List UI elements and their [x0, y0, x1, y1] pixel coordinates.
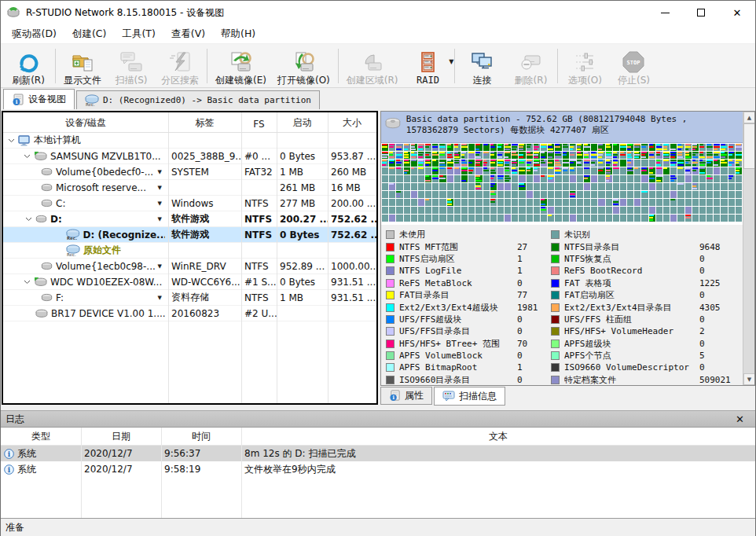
chevron-down-icon[interactable]	[25, 217, 32, 222]
scan-block	[736, 167, 742, 174]
row-dropdown-icon[interactable]: ▼	[158, 185, 162, 191]
scan-block	[425, 207, 431, 214]
scan-block	[490, 183, 497, 190]
legend-count: 2	[699, 326, 705, 336]
legend-color-swatch	[386, 376, 395, 384]
scan-block	[411, 207, 417, 214]
scan-block	[649, 175, 655, 182]
scan-block	[447, 183, 453, 190]
scan-block	[404, 207, 410, 214]
col-size[interactable]: 大小	[328, 112, 376, 132]
scan-block	[555, 183, 561, 190]
col-label[interactable]: 标签	[168, 112, 241, 132]
scan-block	[656, 167, 662, 174]
table-row-volume-d[interactable]: D: ▼ 软件游戏NTFS200.27 ...752.62 ...	[3, 211, 376, 227]
log-row[interactable]: i系统 2020/12/7 9:56:37 8m 12s 的 D: 扫描已完成	[1, 446, 755, 461]
chevron-down-icon[interactable]	[8, 138, 15, 143]
create-image-button[interactable]: 创建镜像(E)	[210, 46, 272, 86]
menu-create[interactable]: 创建(C)	[64, 24, 114, 44]
chevron-down-icon[interactable]	[24, 280, 31, 285]
tab-partition[interactable]: Rec. D: (Recognized0) -> Basic data part…	[76, 90, 320, 109]
options-button[interactable]: 选项(O)	[560, 46, 609, 86]
maximize-button[interactable]	[683, 1, 719, 24]
scan-block-map[interactable]	[381, 143, 743, 225]
table-row-volume[interactable]: Volume{1ecb0c98-... ▼ WinRE_DRVNTFS952.8…	[3, 259, 376, 274]
legend-label: NTFS目录条目	[564, 241, 699, 253]
table-row-recognized[interactable]: Rec. D: (Recognize... 软件游戏NTFS0 Bytes752…	[3, 227, 376, 243]
connect-button[interactable]: 连接	[457, 46, 506, 86]
device-view-icon: i	[12, 94, 24, 106]
log-title-bar: 日志 ✕	[1, 411, 755, 428]
legend-label: UFS/FFS 柱面组	[564, 314, 699, 325]
log-col-type[interactable]: 类型	[1, 428, 81, 445]
legend-color-swatch	[551, 230, 560, 239]
table-row-volume[interactable]: Volume{0bedecf0-... ▼ SYSTEMFAT321 MB260…	[3, 164, 376, 180]
scan-block	[736, 160, 742, 167]
stop-button[interactable]: STOP 停止(S)	[609, 46, 658, 86]
tab-device-view[interactable]: i 设备视图	[3, 89, 75, 109]
partition-search-button[interactable]: 分区搜索	[156, 46, 204, 86]
scan-block	[396, 199, 402, 206]
scan-block	[548, 199, 554, 206]
scroll-up-icon[interactable]: ▲	[743, 112, 755, 123]
row-dropdown-icon[interactable]: ▼	[158, 169, 162, 175]
row-dropdown-icon[interactable]: ▼	[158, 295, 162, 301]
scan-block	[649, 215, 655, 222]
log-close-icon[interactable]: ✕	[729, 413, 750, 425]
scan-block	[649, 167, 655, 174]
log-col-date[interactable]: 日期	[81, 428, 161, 445]
minimize-button[interactable]	[647, 1, 683, 24]
open-image-button[interactable]: 打开镜像(O)	[272, 46, 336, 86]
menu-tools[interactable]: 工具(T)	[114, 24, 163, 44]
legend-count: 0	[699, 254, 705, 264]
menu-help[interactable]: 帮助(H)	[213, 24, 263, 44]
row-dropdown-icon[interactable]: ▼	[158, 263, 162, 270]
close-button[interactable]: ✕	[719, 1, 755, 24]
scroll-thumb[interactable]	[743, 123, 755, 169]
menu-view[interactable]: 查看(V)	[163, 24, 213, 44]
table-row-disk[interactable]: WDC WD10EZEX-08W... WD-WCC6Y6...#1 S...0…	[3, 274, 376, 290]
scan-block	[382, 167, 388, 174]
log-col-text[interactable]: 文本	[241, 428, 755, 445]
log-row[interactable]: i系统 2020/12/7 9:58:19 文件枚举在9秒内完成	[1, 461, 755, 477]
scan-block	[541, 215, 547, 222]
rec-disk-icon: Rec.	[66, 229, 80, 240]
col-fs[interactable]: FS	[241, 112, 277, 132]
raid-dropdown-icon[interactable]: ▼	[449, 58, 453, 65]
raid-button[interactable]: RAID ▼	[403, 46, 452, 86]
row-dropdown-icon[interactable]: ▼	[158, 216, 162, 222]
tab-scan-info[interactable]: 扫描信息	[434, 387, 505, 406]
show-files-button[interactable]: 显示文件	[58, 46, 107, 86]
col-start[interactable]: 启动	[277, 112, 328, 132]
table-row-raw-files[interactable]: Rec. 原始文件	[3, 243, 376, 259]
scan-block	[692, 191, 699, 198]
create-region-button[interactable]: 创建区域(R)	[341, 46, 404, 86]
scan-block	[606, 183, 612, 190]
scan-block	[714, 191, 720, 198]
scrollbar[interactable]: ▲ ▼	[743, 112, 754, 385]
tab-properties[interactable]: i 属性	[380, 387, 432, 405]
scan-block	[519, 152, 525, 159]
table-row-disk[interactable]: BR17 DEVICE V1.00 1.... 20160823#2 U...	[3, 306, 376, 321]
scan-block	[584, 191, 590, 198]
table-row-volume[interactable]: Microsoft reserve... ▼ 261 MB16 MB	[3, 180, 376, 196]
delete-button[interactable]: 删除(R)	[506, 46, 555, 86]
legend-count: 27	[517, 242, 527, 252]
log-col-time[interactable]: 时间	[161, 428, 241, 445]
refresh-button[interactable]: 刷新(R)	[4, 46, 53, 86]
scroll-down-icon[interactable]: ▼	[743, 373, 755, 385]
menu-drive[interactable]: 驱动器(D)	[4, 24, 64, 44]
scan-block	[591, 152, 597, 159]
scan-block	[411, 199, 417, 206]
scan-block	[677, 191, 684, 198]
table-row-volume[interactable]: C: ▼ WindowsNTFS277 MB200.00 ...	[3, 196, 376, 211]
row-dropdown-icon[interactable]: ▼	[158, 200, 162, 207]
scan-block	[425, 167, 431, 174]
create-region-icon	[361, 50, 384, 75]
volume-icon	[41, 167, 53, 176]
table-row-disk[interactable]: SAMSUNG MZVLB1T0... 0025_388B_9...#0 ...…	[3, 149, 376, 164]
table-row-computer[interactable]: 本地计算机	[3, 133, 376, 149]
chevron-down-icon[interactable]	[24, 154, 31, 159]
scan-button[interactable]: 扫描(S)	[107, 46, 156, 86]
table-row-volume[interactable]: F: ▼ 资料存储NTFS1 MB931.51 ...	[3, 290, 376, 306]
